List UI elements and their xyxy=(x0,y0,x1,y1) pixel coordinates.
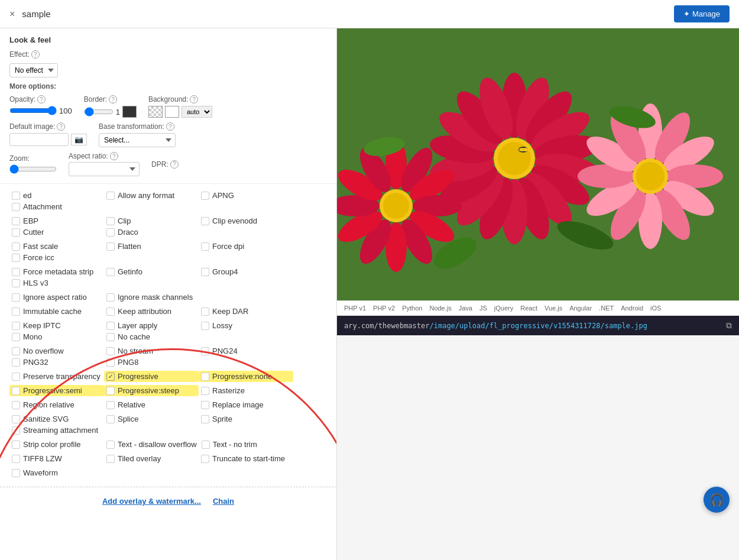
tech-tab-php1[interactable]: PHP v1 xyxy=(344,305,366,312)
aspect-ratio-info-icon[interactable]: ? xyxy=(110,152,118,160)
flag-item-lossy[interactable]: Lossy xyxy=(199,320,293,331)
flag-item-getinfo[interactable]: Getinfo xyxy=(104,266,199,277)
flag-checkbox-png24[interactable] xyxy=(201,347,209,355)
flag-item-no-overflow[interactable]: No overflow xyxy=(9,345,104,357)
tech-tab-java[interactable]: Java xyxy=(459,305,472,312)
flag-checkbox-relative[interactable] xyxy=(106,401,115,409)
flag-checkbox-ignore-mask-channels[interactable] xyxy=(106,293,115,302)
flag-item-png24[interactable]: PNG24 xyxy=(199,345,293,357)
default-image-input[interactable] xyxy=(9,133,69,146)
flag-checkbox-sprite[interactable] xyxy=(201,415,209,423)
flag-checkbox-keep-attribution[interactable] xyxy=(106,307,115,316)
tech-tab-ios[interactable]: iOS xyxy=(650,305,661,312)
flag-item-tiff8-lzw[interactable]: TIFF8 LZW xyxy=(9,453,104,464)
flag-checkbox-png32[interactable] xyxy=(12,358,20,367)
zoom-slider[interactable] xyxy=(9,164,57,174)
tech-tab-android[interactable]: Android xyxy=(621,305,643,312)
add-overlay-link[interactable]: Add overlay & watermark... xyxy=(102,497,201,506)
flag-item-preserve-transparency[interactable]: Preserve transparency xyxy=(9,371,104,382)
flag-checkbox-apng[interactable] xyxy=(201,192,209,200)
flag-item-force-icc[interactable]: Force icc xyxy=(9,252,104,263)
tech-tab-dotnet[interactable]: .NET xyxy=(599,305,614,312)
flag-checkbox-keep-iptc[interactable] xyxy=(12,322,20,330)
flag-checkbox-cutter[interactable] xyxy=(12,228,20,237)
flag-item-draco[interactable]: Draco xyxy=(104,226,199,238)
flag-checkbox-text-disallow-overflow[interactable] xyxy=(106,441,115,449)
flag-item-mono[interactable]: Mono xyxy=(9,331,104,342)
flag-item-no-stream[interactable]: No stream xyxy=(104,345,199,357)
flag-item-relative[interactable]: Relative xyxy=(104,399,199,410)
default-image-browse-icon[interactable]: 📷 xyxy=(71,134,87,145)
default-image-info-icon[interactable]: ? xyxy=(57,122,65,131)
flag-checkbox-getinfo[interactable] xyxy=(106,268,115,276)
flag-checkbox-replace-image[interactable] xyxy=(201,401,209,409)
flag-item-clip[interactable]: Clip xyxy=(104,215,199,226)
flag-item-truncate-to-start-time[interactable]: Truncate to start-time xyxy=(199,453,293,464)
flag-item-group4[interactable]: Group4 xyxy=(199,266,293,277)
flag-checkbox-lossy[interactable] xyxy=(201,322,209,330)
flag-item-flatten[interactable]: Flatten xyxy=(104,241,199,252)
effect-info-icon[interactable]: ? xyxy=(31,50,40,59)
tech-tab-js[interactable]: JS xyxy=(479,305,487,312)
flag-checkbox-force-dpi[interactable] xyxy=(201,242,209,251)
flag-item-sprite[interactable]: Sprite xyxy=(199,413,293,425)
flag-item-immutable-cache[interactable]: Immutable cache xyxy=(9,306,104,317)
border-color[interactable] xyxy=(122,106,137,118)
flag-checkbox-progressive-semi[interactable] xyxy=(12,387,20,395)
flag-checkbox-no-cache[interactable] xyxy=(106,333,115,341)
flag-checkbox-no-stream[interactable] xyxy=(106,347,115,355)
flag-checkbox-tiled-overlay[interactable] xyxy=(106,455,115,463)
flag-item-no-cache[interactable]: No cache xyxy=(104,331,199,342)
flag-checkbox-waveform[interactable] xyxy=(12,469,20,477)
flag-checkbox-allow-any-format[interactable] xyxy=(106,192,115,200)
flag-checkbox-rasterize[interactable] xyxy=(201,387,209,395)
flag-item-force-metadata-strip[interactable]: Force metadata strip xyxy=(9,266,104,277)
manage-button[interactable]: ✦ Manage xyxy=(674,5,730,22)
flag-item-apng[interactable]: APNG xyxy=(199,190,293,201)
base-transformation-select[interactable]: Select... xyxy=(99,133,176,147)
effect-select[interactable]: No effect xyxy=(9,63,58,77)
flag-item-allow-any-format[interactable]: Allow any format xyxy=(104,190,199,201)
copy-icon[interactable]: ⧉ xyxy=(726,321,732,331)
flag-checkbox-mono[interactable] xyxy=(12,333,20,341)
flag-item-keep-iptc[interactable]: Keep IPTC xyxy=(9,320,104,331)
flag-item-progressive-none[interactable]: Progressive:none xyxy=(199,371,293,382)
flag-item-rasterize[interactable]: Rasterize xyxy=(199,385,293,396)
flag-checkbox-ebp[interactable] xyxy=(12,217,20,225)
aspect-ratio-select[interactable] xyxy=(69,162,140,176)
flag-checkbox-splice[interactable] xyxy=(106,415,115,423)
flag-checkbox-attachment[interactable] xyxy=(12,203,20,211)
opacity-slider[interactable] xyxy=(9,106,57,115)
background-color[interactable] xyxy=(148,106,163,118)
flag-checkbox-streaming-attachment[interactable] xyxy=(12,426,20,435)
close-button[interactable]: × xyxy=(9,9,15,20)
flag-item-png8[interactable]: PNG8 xyxy=(104,357,199,368)
flag-item-keep-attribution[interactable]: Keep attribution xyxy=(104,306,199,317)
flag-item-strip-color-profile[interactable]: Strip color profile xyxy=(9,439,104,450)
background-mode[interactable]: auto xyxy=(181,106,212,118)
flag-checkbox-immutable-cache[interactable] xyxy=(12,307,20,316)
flag-item-progressive-steep[interactable]: Progressive:steep xyxy=(104,385,199,396)
flag-item-force-dpi[interactable]: Force dpi xyxy=(199,241,293,252)
flag-checkbox-sanitize-svg[interactable] xyxy=(12,415,20,423)
flag-checkbox-flatten[interactable] xyxy=(106,242,115,251)
flag-item-waveform[interactable]: Waveform xyxy=(9,467,104,478)
flag-item-attachment[interactable]: Attachment xyxy=(9,201,104,212)
flag-item-progressive-semi[interactable]: Progressive:semi xyxy=(9,385,104,396)
flag-item-region-relative[interactable]: Region relative xyxy=(9,399,104,410)
flag-checkbox-group4[interactable] xyxy=(201,268,209,276)
flag-checkbox-progressive-steep[interactable] xyxy=(106,387,115,395)
flag-item-sanitize-svg[interactable]: Sanitize SVG xyxy=(9,413,104,425)
dpr-info-icon[interactable]: ? xyxy=(170,160,179,169)
flag-checkbox-hls-v3[interactable] xyxy=(12,279,20,287)
flag-checkbox-truncate-to-start-time[interactable] xyxy=(201,455,209,463)
flag-item-text-disallow-overflow[interactable]: Text - disallow overflow xyxy=(104,439,199,450)
flag-checkbox-fast-scale[interactable] xyxy=(12,242,20,251)
opacity-info-icon[interactable]: ? xyxy=(37,95,46,103)
flag-checkbox-keep-dar[interactable] xyxy=(201,307,209,316)
flag-checkbox-clip[interactable] xyxy=(106,217,115,225)
tech-tab-python[interactable]: Python xyxy=(402,305,422,312)
flag-item-replace-image[interactable]: Replace image xyxy=(199,399,293,410)
tech-tab-nodejs[interactable]: Node.js xyxy=(429,305,451,312)
flag-item-ignore-aspect-ratio[interactable]: Ignore aspect ratio xyxy=(9,292,104,303)
